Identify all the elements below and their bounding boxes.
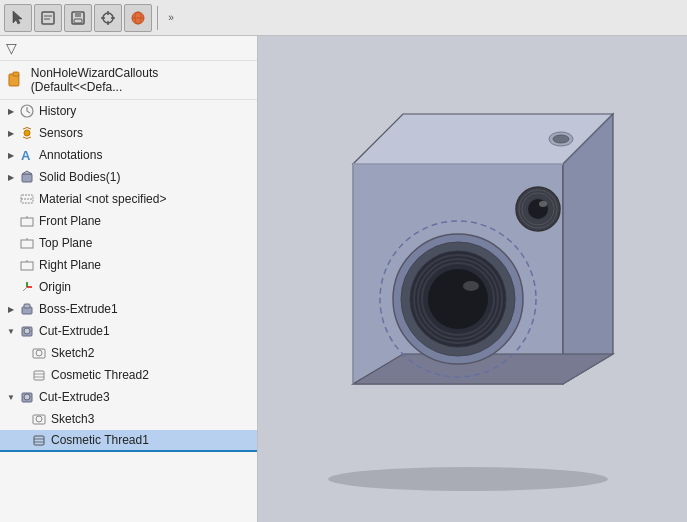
tree-arrow-cut-extrude3 — [4, 390, 18, 404]
svg-rect-39 — [34, 371, 44, 380]
solid-bodies-icon — [18, 168, 36, 186]
svg-point-18 — [24, 130, 30, 136]
crosshair-icon — [100, 10, 116, 26]
model-svg — [283, 64, 663, 494]
tree-label-right-plane: Right Plane — [39, 258, 101, 272]
tree-label-boss-extrude1: Boss-Extrude1 — [39, 302, 118, 316]
tree-item-sketch3[interactable]: Sketch3 — [0, 408, 257, 430]
tree-label-front-plane: Front Plane — [39, 214, 101, 228]
tree-item-cut-extrude3[interactable]: Cut-Extrude3 — [0, 386, 257, 408]
svg-rect-46 — [34, 436, 44, 445]
tree-item-boss-extrude1[interactable]: Boss-Extrude1 — [0, 298, 257, 320]
view-tool-button[interactable] — [124, 4, 152, 32]
svg-text:A: A — [21, 148, 31, 163]
svg-point-36 — [24, 328, 30, 334]
tree-label-sensors: Sensors — [39, 126, 83, 140]
tree-arrow-boss-extrude1 — [4, 302, 18, 316]
tree-label-cut-extrude3: Cut-Extrude3 — [39, 390, 110, 404]
tree-arrow-annotations — [4, 148, 18, 162]
history-icon — [18, 102, 36, 120]
tree-item-material[interactable]: Material <not specified> — [0, 188, 257, 210]
svg-rect-26 — [21, 240, 33, 248]
note-icon — [40, 10, 56, 26]
main-layout: ▽ NonHoleWizardCallouts (Default<<Defa..… — [0, 36, 687, 522]
part-icon — [6, 70, 26, 90]
more-button[interactable]: » — [163, 4, 179, 32]
tree-label-cut-extrude1: Cut-Extrude1 — [39, 324, 110, 338]
top-plane-icon — [18, 234, 36, 252]
svg-point-45 — [36, 416, 42, 422]
tree-item-cut-extrude1[interactable]: Cut-Extrude1 — [0, 320, 257, 342]
sketch2-icon — [30, 344, 48, 362]
tree-header: NonHoleWizardCallouts (Default<<Defa... — [0, 61, 257, 100]
tree-item-front-plane[interactable]: Front Plane — [0, 210, 257, 232]
tree-label-solid-bodies: Solid Bodies(1) — [39, 170, 120, 184]
tree-arrow-sensors — [4, 126, 18, 140]
svg-point-68 — [463, 281, 479, 291]
svg-point-67 — [428, 269, 488, 329]
cut-extrude3-icon — [18, 388, 36, 406]
select-tool-button[interactable] — [4, 4, 32, 32]
svg-marker-0 — [13, 11, 22, 24]
tree-label-sketch3: Sketch3 — [51, 412, 94, 426]
svg-rect-24 — [21, 218, 33, 226]
tree-item-cosmetic-thread1[interactable]: Cosmetic Thread1 — [0, 430, 257, 452]
svg-point-49 — [328, 467, 608, 491]
tree-label-origin: Origin — [39, 280, 71, 294]
svg-rect-34 — [24, 304, 30, 308]
crosshair-tool-button[interactable] — [94, 4, 122, 32]
tree-label-cosmetic-thread2: Cosmetic Thread2 — [51, 368, 149, 382]
3d-model — [283, 64, 663, 494]
tree-arrow-cut-extrude1 — [4, 324, 18, 338]
tree-header-label: NonHoleWizardCallouts (Default<<Defa... — [31, 66, 251, 94]
annotations-icon: A — [18, 146, 36, 164]
note-tool-button[interactable] — [34, 4, 62, 32]
cut-extrude1-icon — [18, 322, 36, 340]
tree-label-annotations: Annotations — [39, 148, 102, 162]
tree-item-history[interactable]: History — [0, 100, 257, 122]
svg-point-43 — [24, 394, 30, 400]
tree-item-sketch2[interactable]: Sketch2 — [0, 342, 257, 364]
tree-item-right-plane[interactable]: Right Plane — [0, 254, 257, 276]
tree-label-sketch2: Sketch2 — [51, 346, 94, 360]
svg-rect-1 — [42, 12, 54, 24]
svg-point-70 — [553, 135, 569, 143]
tree-item-cosmetic-thread2[interactable]: Cosmetic Thread2 — [0, 364, 257, 386]
cosmetic-thread1-icon — [30, 431, 48, 449]
tree-label-history: History — [39, 104, 76, 118]
svg-rect-16 — [13, 72, 19, 76]
cursor-icon — [10, 10, 26, 26]
tree-label-material: Material <not specified> — [39, 192, 166, 206]
filter-bar: ▽ — [0, 36, 257, 61]
front-plane-icon — [18, 212, 36, 230]
tree-area: History Sensors A Annotations — [0, 100, 257, 522]
feature-tree-panel: ▽ NonHoleWizardCallouts (Default<<Defa..… — [0, 36, 258, 522]
svg-point-59 — [539, 201, 547, 207]
svg-rect-6 — [74, 19, 82, 23]
toolbar: » — [0, 0, 687, 36]
right-plane-icon — [18, 256, 36, 274]
tree-item-top-plane[interactable]: Top Plane — [0, 232, 257, 254]
tree-item-origin[interactable]: Origin — [0, 276, 257, 298]
svg-line-30 — [23, 287, 27, 291]
sensors-icon — [18, 124, 36, 142]
tree-arrow-solid-bodies — [4, 170, 18, 184]
svg-rect-20 — [22, 174, 32, 182]
tree-item-sensors[interactable]: Sensors — [0, 122, 257, 144]
sphere-icon — [130, 10, 146, 26]
svg-rect-28 — [21, 262, 33, 270]
svg-marker-21 — [22, 171, 32, 174]
save-icon — [70, 10, 86, 26]
viewport[interactable] — [258, 36, 687, 522]
tree-label-cosmetic-thread1: Cosmetic Thread1 — [51, 433, 149, 447]
cosmetic-thread2-icon — [30, 366, 48, 384]
svg-rect-5 — [75, 12, 81, 17]
toolbar-separator — [157, 6, 158, 30]
material-icon — [18, 190, 36, 208]
sketch3-icon — [30, 410, 48, 428]
tree-item-solid-bodies[interactable]: Solid Bodies(1) — [0, 166, 257, 188]
filter-icon: ▽ — [6, 40, 17, 56]
svg-point-38 — [36, 350, 42, 356]
save-tool-button[interactable] — [64, 4, 92, 32]
tree-item-annotations[interactable]: A Annotations — [0, 144, 257, 166]
